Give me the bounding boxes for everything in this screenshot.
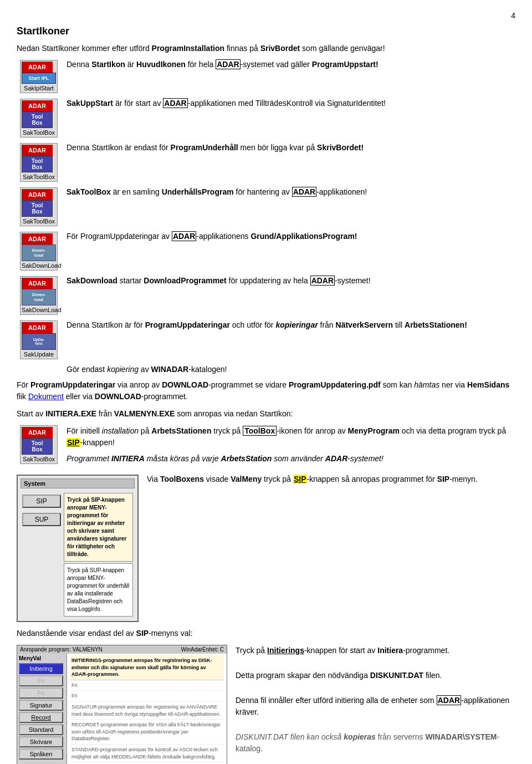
row2-text: SakUppStart är för start av ADAR-applika… — [66, 99, 515, 108]
menyval-header-right: WinAdarEnhet: C — [181, 646, 224, 653]
menyval-text-initiering: INITIERINGS-programmet anropas för regis… — [70, 655, 224, 680]
row6-text: SakDownload startar DownloadProgrammet f… — [66, 276, 515, 285]
icon-update: ADAR UpDa-tera SakUpdate — [17, 320, 61, 359]
toolbox-section-label: SakToolBox — [22, 456, 56, 462]
menyval-container: Anropande program: VALMENYN WinAdarEnhet… — [17, 645, 515, 764]
icon-download1: ADAR Down-load SakDownLoad — [17, 232, 61, 271]
toolbox1-label: SakToolBox — [22, 129, 56, 136]
denna-text: Denna fil innåller efter utförd initieri… — [236, 695, 515, 718]
btn-fri2[interactable]: Fri — [19, 687, 63, 699]
btn-initiering[interactable]: Initiering — [19, 663, 63, 674]
toolbox2-label: SakToolBox — [22, 174, 56, 180]
row7-text: Denna StartIkon är för ProgramUppdaterin… — [66, 320, 515, 329]
sup-button[interactable]: SUP — [22, 513, 61, 526]
sip-button[interactable]: SIP — [22, 495, 61, 508]
page-number: 4 — [17, 11, 515, 20]
menyval-right-col: Tryck på Initierings-knappen för start a… — [236, 645, 515, 759]
sys-screenshot: System SIP SUP Tryck på SIP-knappen anro… — [17, 475, 139, 622]
btn-standard[interactable]: Standard — [19, 724, 63, 735]
toolbox3-label: SakToolBox — [22, 218, 56, 225]
row-sakiplstart: ADAR Start IPL SakIplStart Denna StartIk… — [17, 60, 515, 93]
row-sakuppstart: ADAR ToolBox SakToolBox SakUppStart är f… — [17, 99, 515, 137]
gor-text: Gör endast kopiering av WINADAR-kataloge… — [66, 365, 515, 374]
menyval-screenshot: Anropande program: VALMENYN WinAdarEnhet… — [17, 645, 227, 764]
menyval-buttons: MenyVal Initiering Fri Fri Signatur Reco… — [17, 654, 67, 764]
btn-fri1[interactable]: Fri — [19, 675, 63, 686]
icon-toolbox3: ADAR ToolBox SakToolBox — [17, 187, 61, 226]
row5-text: För ProgramUppdateringar av ADAR-applika… — [66, 232, 515, 241]
row3-text: Denna StartIkon är endast för ProgramUnd… — [66, 143, 515, 152]
row-programunderhall: ADAR ToolBox SakToolBox Denna StartIkon … — [17, 143, 515, 182]
detta-text: Detta program skapar den nödvändiga DISK… — [236, 670, 515, 681]
icon-toolbox-section: ADAR ToolBox SakToolBox — [17, 425, 61, 464]
menyval-text-standard: STANDARD-programmet anropas för kontroll… — [70, 745, 224, 762]
row-sakdownload1: ADAR Down-load SakDownLoad För ProgramUp… — [17, 232, 515, 271]
sys-screenshot-container: System SIP SUP Tryck på SIP-knappen anro… — [17, 475, 515, 622]
toolbox-section-row: ADAR ToolBox SakToolBox För initiell ins… — [17, 425, 515, 469]
row1-text: Denna StartIkon är HuvudIkonen för hela … — [66, 60, 515, 69]
nedan-text: Nedanstående visar endast del av SIP-men… — [17, 628, 515, 639]
icon-sakiplstart: ADAR Start IPL SakIplStart — [17, 60, 61, 93]
icon-download2: ADAR Down-load SakDownLoad — [17, 276, 61, 315]
menyval-row: MenyVal Initiering Fri Fri Signatur Reco… — [17, 654, 227, 764]
menyval-text-record: RECORDET-programmet anropas för VISA all… — [70, 720, 224, 745]
intro-text: Nedan StartIkoner kommer efter utförd Pr… — [17, 43, 515, 54]
row4-text: SakToolBox är en samling UnderhållsProgr… — [66, 187, 515, 196]
menyval-header: Anropande program: VALMENYN WinAdarEnhet… — [17, 645, 227, 654]
sys-content2: Tryck på SUP-knappen anropar MENY-progra… — [64, 563, 133, 617]
update-label: SakUpdate — [22, 351, 56, 358]
via-toolbox-text: Via ToolBoxens visade ValMeny tryck på S… — [147, 475, 515, 483]
icon-toolbox1: ADAR ToolBox SakToolBox — [17, 99, 61, 137]
icon-toolbox2: ADAR ToolBox SakToolBox — [17, 143, 61, 182]
menyval-text-signatur: SIGNATUR-programmet anropas för registre… — [70, 702, 224, 720]
menyval-fri1: Fri — [70, 680, 224, 691]
gor-row: Gör endast kopiering av WINADAR-kataloge… — [17, 365, 515, 374]
para1: För ProgramUppdateringar via anrop av DO… — [17, 379, 515, 403]
para2: Start av INITIERA.EXE från VALMENYN.EXE … — [17, 408, 515, 420]
btn-signatur[interactable]: Signatur — [19, 700, 63, 711]
sys-content1: Tryck på SIP-knappen anropar MENY-progra… — [64, 493, 133, 562]
row-saktoolbox: ADAR ToolBox SakToolBox SakToolBox är en… — [17, 187, 515, 226]
page-title: StartIkoner — [17, 26, 515, 37]
menyval-title-label: MenyVal — [19, 655, 65, 661]
sakiplstart-label: SakIplStart — [22, 85, 56, 91]
sys-title: System — [21, 478, 135, 488]
download1-label: SakDownLoad — [22, 262, 56, 269]
menyval-header-left: Anropande program: VALMENYN — [20, 646, 103, 653]
toolbox-section-text: För initiell installation på ArbetsStati… — [66, 425, 515, 469]
menyval-fri2: Fri — [70, 691, 224, 702]
btn-spraken[interactable]: Språken — [19, 748, 63, 760]
tryck-text: Tryck på Initierings-knappen för start a… — [236, 645, 515, 656]
row-sakdownload2: ADAR Down-load SakDownLoad SakDownload s… — [17, 276, 515, 315]
btn-skrivare[interactable]: Skrivare — [19, 736, 63, 747]
diskunit-text: DISKUNIT.DAT filen kan också kopieras fr… — [236, 731, 515, 755]
download2-label: SakDownLoad — [22, 307, 56, 313]
menyval-content: INITIERINGS-programmet anropas för regis… — [67, 654, 227, 764]
btn-record[interactable]: Record — [19, 712, 63, 723]
row-sakupdate: ADAR UpDa-tera SakUpdate Denna StartIkon… — [17, 320, 515, 359]
